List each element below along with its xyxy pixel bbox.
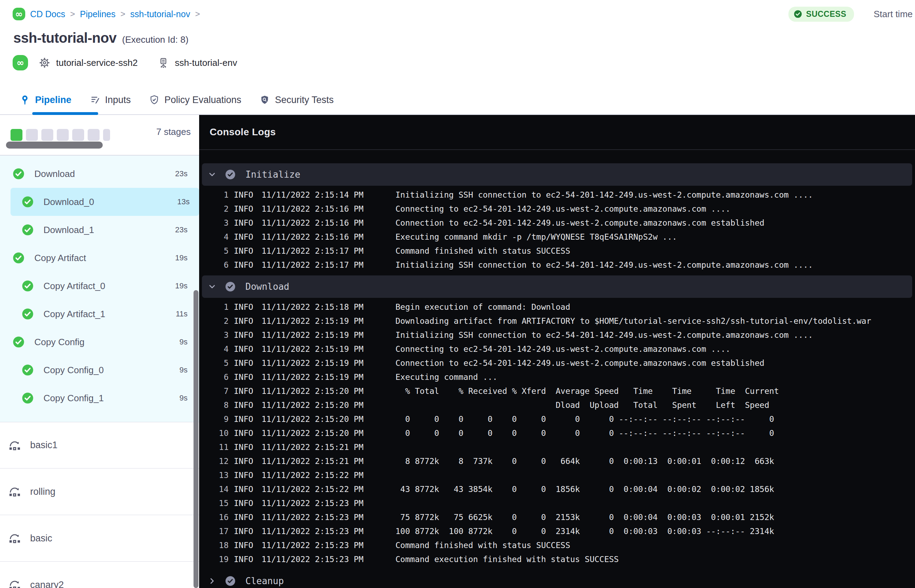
status-row: SUCCESS Start time [789, 6, 915, 22]
log-level: INFO [229, 330, 262, 339]
sidebar-scrollbar[interactable] [194, 290, 199, 588]
start-time-column-label: Start time [874, 9, 915, 19]
stage-row-download[interactable]: Download23s [0, 160, 199, 188]
console-panel: Console Logs Initialize1INFO11/11/2022 2… [199, 115, 915, 588]
section-name: Download [246, 281, 289, 292]
log-timestamp: 11/11/2022 2:15:21 PM [262, 457, 396, 466]
log-level: INFO [229, 471, 262, 480]
stage-progress-squares [11, 129, 110, 141]
stage-row-copy-config[interactable]: Copy Config9s [0, 328, 199, 356]
log-message-text: Command finished with status SUCCESS [396, 246, 571, 255]
pipeline-item-canary2[interactable]: canary2 [0, 562, 199, 588]
tab-inputs[interactable]: Inputs [90, 86, 131, 114]
log-host-link[interactable]: ec2-54-201-142-249.us-west-2.compute.ama… [464, 218, 706, 228]
log-timestamp: 11/11/2022 2:15:14 PM [262, 190, 396, 199]
rollback-stages-icon [8, 486, 22, 498]
stage-row-copy-artifact-1[interactable]: Copy Artifact_111s [0, 300, 199, 328]
log-line: 10INFO11/11/2022 2:15:20 PM 0 0 0 0 0 0 … [199, 426, 915, 440]
log-line-number: 6 [209, 260, 229, 270]
log-line: 3INFO11/11/2022 2:15:16 PMConnection to … [199, 216, 915, 230]
log-section-header-cleanup[interactable]: Cleanup [202, 570, 912, 588]
chevron-down-icon[interactable] [207, 170, 217, 179]
tab-policy-evaluations[interactable]: Policy Evaluations [149, 86, 241, 114]
log-line-number: 1 [209, 302, 229, 312]
stage-minimap-slider[interactable] [6, 142, 103, 149]
environment-name[interactable]: ssh-tutorial-env [175, 58, 237, 68]
stage-duration: 13s [178, 197, 190, 207]
log-line-number: 3 [209, 218, 229, 228]
log-message: Connection to ec2-54-201-142-249.us-west… [396, 359, 915, 368]
tab-bar: Pipeline Inputs Policy Evaluations Secur… [0, 86, 915, 115]
breadcrumb-link-pipeline-name[interactable]: ssh-tutorial-nov [130, 9, 190, 19]
console-log-area: Initialize1INFO11/11/2022 2:15:14 PMInit… [199, 163, 915, 588]
stage-row-copy-artifact-0[interactable]: Copy Artifact_019s [0, 272, 199, 300]
log-level: INFO [229, 485, 262, 494]
breadcrumb-link-pipelines[interactable]: Pipelines [80, 9, 115, 19]
tab-label: Inputs [105, 95, 131, 105]
breadcrumb-separator: > [120, 9, 125, 19]
log-message: 43 8772k 43 3854k 0 0 1856k 0 0:00:04 0:… [396, 485, 915, 494]
log-timestamp: 11/11/2022 2:15:20 PM [262, 401, 396, 410]
pipeline-item-basic[interactable]: basic [0, 515, 199, 562]
log-section-header-download[interactable]: Download [202, 275, 912, 298]
stage-row-copy-config-0[interactable]: Copy Config_09s [0, 356, 199, 384]
stage-duration: 23s [175, 169, 188, 178]
log-message: 0 0 0 0 0 0 0 0 --:--:-- --:--:-- --:--:… [396, 415, 915, 424]
log-message: Initializing SSH connection to ec2-54-20… [396, 330, 915, 339]
service-name[interactable]: tutorial-service-ssh2 [56, 58, 138, 68]
log-host-link[interactable]: ec2-54-201-142-249.us-west-2.compute.ama… [546, 190, 789, 199]
log-host-link[interactable]: ec2-54-201-142-249.us-west-2.compute.ama… [546, 330, 789, 339]
tab-label: Policy Evaluations [165, 95, 241, 105]
log-timestamp: 11/11/2022 2:15:23 PM [262, 555, 396, 564]
log-host-link[interactable]: ec2-54-201-142-249.us-west-2.compute.ama… [464, 344, 706, 354]
log-message: Connecting to ec2-54-201-142-249.us-west… [396, 344, 915, 354]
log-line-number: 19 [209, 555, 229, 564]
log-host-link[interactable]: ec2-54-201-142-249.us-west-2.compute.ama… [546, 260, 789, 270]
stage-row-download-1[interactable]: Download_123s [0, 216, 199, 244]
stage-duration: 19s [175, 281, 188, 291]
tab-security-tests[interactable]: Security Tests [259, 86, 334, 114]
log-line: 9INFO11/11/2022 2:15:20 PM 0 0 0 0 0 0 0… [199, 412, 915, 426]
log-line-number: 5 [209, 359, 229, 368]
log-line-number: 2 [209, 204, 229, 213]
log-message: 0 0 0 0 0 0 0 0 --:--:-- --:--:-- --:--:… [396, 428, 915, 438]
log-line-number: 7 [209, 386, 229, 396]
log-timestamp: 11/11/2022 2:15:19 PM [262, 330, 396, 339]
stage-progress-square [26, 129, 38, 141]
title-row: ssh-tutorial-nov (Execution Id: 8) [13, 30, 189, 46]
log-level: INFO [229, 190, 262, 199]
chevron-right-icon[interactable] [207, 576, 217, 586]
stage-row-copy-artifact[interactable]: Copy Artifact19s [0, 244, 199, 272]
log-timestamp: 11/11/2022 2:15:19 PM [262, 359, 396, 368]
log-timestamp: 11/11/2022 2:15:16 PM [262, 232, 396, 241]
log-host-link[interactable]: ec2-54-201-142-249.us-west-2.compute.ama… [464, 359, 706, 368]
breadcrumb-link-cd-docs[interactable]: CD Docs [30, 9, 65, 19]
log-message-text: established [706, 218, 764, 228]
log-message: Executing command mkdir -p /tmp/WYQNESE_… [396, 232, 915, 241]
log-section-header-initialize[interactable]: Initialize [202, 163, 912, 186]
pipeline-item-rolling[interactable]: rolling [0, 468, 199, 515]
log-message-text: Connection to [396, 359, 464, 368]
log-host-link[interactable]: ec2-54-201-142-249.us-west-2.compute.ama… [464, 204, 706, 213]
log-level: INFO [229, 246, 262, 255]
log-line-number: 13 [209, 471, 229, 480]
stage-row-download-0[interactable]: Download_013s [11, 188, 199, 216]
pipeline-icon [19, 95, 30, 105]
log-level: INFO [229, 527, 262, 536]
chevron-down-icon[interactable] [207, 282, 217, 292]
stage-row-copy-config-1[interactable]: Copy Config_19s [0, 384, 199, 412]
pipeline-item-basic1[interactable]: basic1 [0, 422, 199, 468]
pipeline-execution-page: ∞ CD Docs > Pipelines > ssh-tutorial-nov… [0, 0, 915, 588]
shield-check-icon [149, 95, 160, 105]
log-line-number: 2 [209, 317, 229, 326]
log-message-text: Connecting to [396, 204, 464, 213]
log-line: 17INFO11/11/2022 2:15:23 PM100 8772k 100… [199, 524, 915, 538]
breadcrumb: ∞ CD Docs > Pipelines > ssh-tutorial-nov… [13, 6, 200, 22]
check-circle-icon [793, 10, 802, 19]
stage-success-check-icon [22, 224, 34, 236]
tab-pipeline[interactable]: Pipeline [19, 86, 71, 114]
log-level: INFO [229, 443, 262, 452]
page-header: ∞ CD Docs > Pipelines > ssh-tutorial-nov… [0, 0, 915, 115]
log-level: INFO [229, 218, 262, 228]
log-message: 75 8772k 75 6625k 0 0 2153k 0 0:00:04 0:… [396, 513, 915, 522]
